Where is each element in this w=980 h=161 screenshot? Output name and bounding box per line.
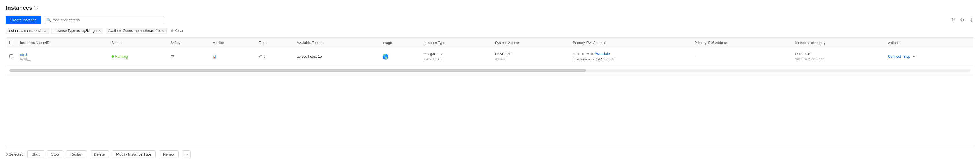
system-volume-cell: ESSD_PL0 40 GiB xyxy=(492,48,569,65)
create-instance-button[interactable]: Create Instance xyxy=(6,16,41,24)
bottom-more-button[interactable]: ⋯ xyxy=(181,150,191,158)
clear-icon: 🗑 xyxy=(171,29,174,33)
instance-name-cell: ecs1 i-yd8__ xyxy=(17,48,108,65)
instance-id: i-yd8__ xyxy=(20,57,105,61)
col-instance-type: Instance Type xyxy=(420,38,492,48)
delete-button[interactable]: Delete xyxy=(90,150,109,158)
col-zone: Available Zones ▿ xyxy=(293,38,379,48)
tag-icon: 🏷 xyxy=(259,55,262,59)
filter-type-label: Instance Type :ecs.g3i.large xyxy=(54,29,97,33)
scrollbar-cell xyxy=(6,65,974,76)
row-checkbox-cell xyxy=(6,48,17,65)
refresh-button[interactable]: ↻ xyxy=(950,16,956,24)
restart-button[interactable]: Restart xyxy=(66,150,87,158)
filter-tag-name: Instances name :ecs1 ✕ xyxy=(6,28,49,34)
private-ip-value: 192.168.0.3 xyxy=(596,57,614,62)
tag-count: 0 xyxy=(264,55,266,59)
download-icon: ⇓ xyxy=(969,17,973,23)
filter-tag-type: Instance Type :ecs.g3i.large ✕ xyxy=(51,28,103,34)
filter-type-close[interactable]: ✕ xyxy=(98,29,101,33)
col-actions: Actions xyxy=(885,38,974,48)
public-network-label: public network xyxy=(573,51,593,57)
instance-monitor-cell: 📊 xyxy=(209,48,255,65)
stop-button[interactable]: Stop xyxy=(47,150,63,158)
scrollbar-thumb xyxy=(10,69,586,72)
start-button[interactable]: Start xyxy=(27,150,44,158)
col-monitor: Monitor xyxy=(209,38,255,48)
toolbar-right: ↻ ⚙ ⇓ xyxy=(950,16,974,24)
col-name: Instances Name/ID xyxy=(17,38,108,48)
instance-type-name: ecs.g3i.large xyxy=(424,51,488,57)
page-title: Instances xyxy=(6,5,32,11)
private-network-label: private network xyxy=(573,57,594,62)
image-icon: 🌎 xyxy=(382,54,388,59)
volume-size: 40 GiB xyxy=(495,57,566,62)
toolbar-left: Create Instance 🔍 xyxy=(6,16,950,24)
select-all-cell xyxy=(6,38,17,48)
state-sort-icon[interactable]: ▿ xyxy=(121,41,122,45)
renew-button[interactable]: Renew xyxy=(159,150,179,158)
actions-cell: Connect Stop ⋯ xyxy=(885,48,974,65)
instance-type-spec: 2vCPU 8GiB xyxy=(424,57,488,62)
instance-name-link[interactable]: ecs1 xyxy=(20,53,105,57)
charge-type: Post Paid xyxy=(795,51,881,57)
instance-state-cell: Running xyxy=(108,48,167,65)
table-row: ecs1 i-yd8__ Running 🛡 📊 xyxy=(6,48,974,65)
page-header: Instances ⓘ xyxy=(6,5,974,11)
actions-group: Connect Stop ⋯ xyxy=(888,54,970,59)
selected-count: 0 Selected xyxy=(6,152,23,156)
filter-zone-label: Available Zones :ap-southeast-1b xyxy=(108,29,160,33)
col-charge: Instances charge ty xyxy=(792,38,885,48)
col-tag: Tag ▿ xyxy=(256,38,293,48)
scrollbar-row xyxy=(6,65,974,76)
more-actions-button[interactable]: ⋯ xyxy=(913,54,917,59)
select-all-checkbox[interactable] xyxy=(10,41,13,44)
status-label: Running xyxy=(115,55,128,59)
volume-type: ESSD_PL0 xyxy=(495,51,566,57)
tag-value: 🏷 0 xyxy=(259,55,290,59)
filter-name-label: Instances name :ecs1 xyxy=(8,29,42,33)
zone-filter-icon[interactable]: ▿ xyxy=(323,41,324,45)
instance-tag-cell: 🏷 0 xyxy=(256,48,293,65)
search-box: 🔍 xyxy=(44,16,164,24)
ipv6-cell: - xyxy=(691,48,792,65)
help-icon[interactable]: ⓘ xyxy=(34,5,38,11)
search-input[interactable] xyxy=(53,18,161,22)
instance-type-cell: ecs.g3i.large 2vCPU 8GiB xyxy=(420,48,492,65)
filter-zone-close[interactable]: ✕ xyxy=(162,29,164,33)
instances-table-wrapper: Instances Name/ID State ▿ Safety xyxy=(6,37,974,147)
col-ipv4: Primary IPv4 Address xyxy=(569,38,691,48)
row-checkbox[interactable] xyxy=(10,54,13,58)
status-running: Running xyxy=(111,55,164,59)
filter-name-close[interactable]: ✕ xyxy=(44,29,46,33)
clear-filters-button[interactable]: 🗑 Clear xyxy=(169,28,185,33)
instance-safety-cell: 🛡 xyxy=(167,48,209,65)
safety-icon[interactable]: 🛡 xyxy=(170,55,174,59)
search-icon: 🔍 xyxy=(47,18,51,22)
table-header-row: Instances Name/ID State ▿ Safety xyxy=(6,38,974,48)
stop-action-button[interactable]: Stop xyxy=(903,55,910,59)
settings-button[interactable]: ⚙ xyxy=(959,16,965,24)
filter-tag-zone: Available Zones :ap-southeast-1b ✕ xyxy=(106,28,167,34)
monitor-icon[interactable]: 📊 xyxy=(212,55,217,59)
status-dot xyxy=(111,56,114,58)
col-safety: Safety xyxy=(167,38,209,48)
charge-date: 2024-06-25 21:54:51 xyxy=(795,57,881,62)
instances-table: Instances Name/ID State ▿ Safety xyxy=(6,38,974,76)
toolbar: Create Instance 🔍 ↻ ⚙ ⇓ xyxy=(6,16,974,24)
clear-label: Clear xyxy=(175,29,184,33)
col-system-volume: System Volume xyxy=(492,38,569,48)
scrollbar-track[interactable] xyxy=(10,69,970,72)
download-button[interactable]: ⇓ xyxy=(968,16,974,24)
tag-filter-icon[interactable]: ▿ xyxy=(266,41,267,45)
connect-action-button[interactable]: Connect xyxy=(888,55,901,59)
filter-bar: Instances name :ecs1 ✕ Instance Type :ec… xyxy=(6,28,974,34)
modify-instance-type-button[interactable]: Modify Instance Type xyxy=(112,150,156,158)
ipv4-cell: public network Associate private network… xyxy=(569,48,691,65)
settings-icon: ⚙ xyxy=(960,17,964,23)
instance-image-cell: 🌎 xyxy=(379,48,420,65)
col-state: State ▿ xyxy=(108,38,167,48)
col-ipv6: Primary IPv6 Address xyxy=(691,38,792,48)
col-image: Image xyxy=(379,38,420,48)
associate-link[interactable]: Associate xyxy=(595,51,610,57)
